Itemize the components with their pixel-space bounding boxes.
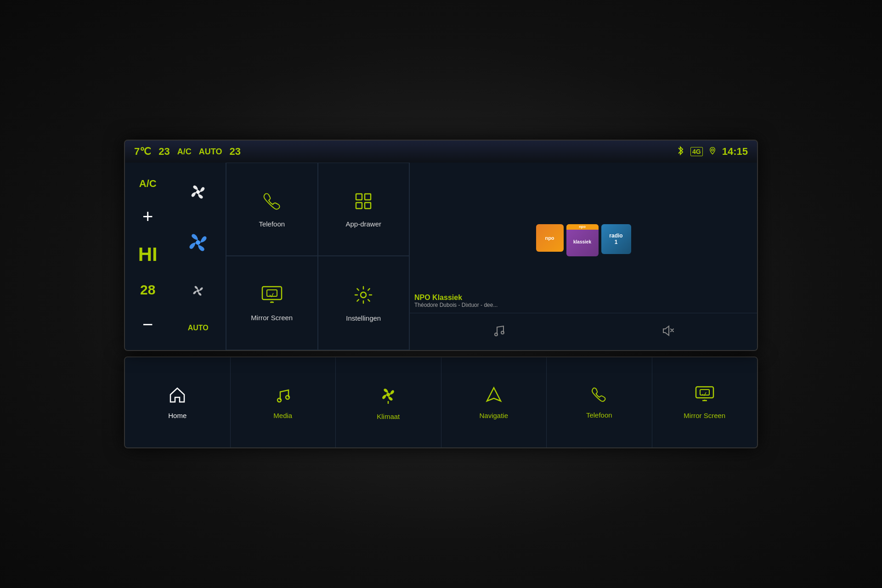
nav-telefoon-label: Telefoon	[586, 411, 612, 419]
telefoon-button[interactable]: Telefoon	[226, 163, 318, 256]
app-grid: Telefoon App-drawer	[226, 163, 410, 350]
svg-rect-8	[262, 287, 282, 300]
ac-title: A/C	[139, 178, 157, 190]
hi-label: HI	[138, 243, 158, 266]
settings-icon	[353, 284, 374, 310]
svg-rect-5	[365, 194, 371, 200]
svg-point-2	[196, 240, 200, 245]
status-icons: 4G 14:15	[677, 146, 748, 158]
media-panel: npo npo klassiek radio1	[410, 163, 757, 350]
outside-temp: 7℃	[134, 146, 151, 158]
fan-white-icon	[187, 181, 209, 205]
bottom-screen: Home Media	[124, 356, 758, 448]
svg-rect-17	[696, 387, 713, 398]
fan-nav-icon	[378, 384, 398, 409]
instellingen-button[interactable]: Instellingen	[318, 256, 410, 350]
temp-value: 28	[140, 282, 155, 298]
telefoon-label: Telefoon	[259, 220, 285, 228]
auto-mode-label: AUTO	[188, 324, 209, 332]
track-info: Théodore Dubois - Dixtuor - dee...	[414, 302, 752, 308]
temp-minus-button[interactable]: −	[142, 314, 153, 335]
music-library-icon[interactable]	[492, 323, 506, 340]
mirrorscreen-label: Mirror Screen	[251, 314, 293, 322]
instellingen-label: Instellingen	[346, 314, 381, 322]
nav-klimaat-button[interactable]: Klimaat	[336, 357, 441, 447]
svg-point-13	[277, 398, 281, 402]
mirrorscreen-nav-icon	[695, 385, 715, 408]
media-controls	[410, 313, 757, 350]
svg-rect-6	[356, 203, 362, 209]
clock: 14:15	[722, 146, 748, 158]
nav-mirrorscreen-label: Mirror Screen	[684, 412, 725, 419]
svg-point-3	[197, 289, 199, 292]
station-name: NPO Klassiek	[414, 294, 752, 302]
svg-point-10	[361, 292, 366, 298]
status-bar: 7℃ 23 A/C AUTO 23 4G	[125, 141, 757, 163]
klassiek-logo: npo klassiek	[566, 224, 599, 256]
bluetooth-icon	[677, 146, 685, 158]
main-content: A/C + HI 28 −	[125, 163, 757, 350]
ac-temp-left: 23	[158, 146, 170, 158]
car-bezel: 7℃ 23 A/C AUTO 23 4G	[0, 0, 882, 588]
signal-icon: 4G	[690, 147, 703, 156]
svg-point-12	[501, 331, 504, 334]
ac-temp-right: 23	[229, 146, 240, 158]
svg-point-1	[196, 190, 200, 194]
bottom-navigation: Home Media	[125, 357, 757, 447]
nav-home-label: Home	[168, 412, 187, 419]
music-icon	[274, 385, 292, 408]
svg-point-11	[495, 333, 498, 336]
climate-panel: A/C + HI 28 −	[125, 163, 226, 350]
appdrawer-icon	[353, 191, 373, 215]
nav-media-label: Media	[273, 412, 292, 419]
svg-point-15	[386, 393, 390, 396]
appdrawer-label: App-drawer	[345, 220, 381, 228]
temp-plus-button[interactable]: +	[142, 206, 153, 227]
svg-rect-4	[356, 194, 362, 200]
home-icon	[168, 385, 187, 408]
npo-logo: npo	[536, 224, 564, 252]
nav-home-button[interactable]: Home	[125, 357, 231, 447]
gps-icon	[708, 147, 717, 157]
fan-blue-icon	[183, 228, 213, 260]
nav-mirrorscreen-button[interactable]: Mirror Screen	[652, 357, 758, 447]
fan-small-icon	[189, 282, 207, 301]
mirrorscreen-icon	[260, 285, 283, 309]
nav-navigatie-label: Navigatie	[479, 412, 508, 419]
main-screen: 7℃ 23 A/C AUTO 23 4G	[124, 140, 758, 351]
nav-klimaat-label: Klimaat	[377, 413, 400, 420]
ac-label: A/C	[177, 147, 192, 157]
appdrawer-button[interactable]: App-drawer	[318, 163, 410, 256]
radio1-logo: radio1	[601, 224, 631, 254]
auto-label: AUTO	[199, 147, 222, 157]
mute-icon[interactable]	[661, 323, 675, 340]
nav-media-button[interactable]: Media	[231, 357, 336, 447]
nav-telefoon-button[interactable]: Telefoon	[547, 357, 652, 447]
phone-nav-icon	[590, 386, 608, 407]
svg-point-14	[286, 396, 289, 399]
svg-rect-7	[365, 203, 371, 209]
phone-icon	[262, 191, 282, 215]
mirrorscreen-button[interactable]: Mirror Screen	[226, 256, 318, 350]
svg-point-0	[711, 149, 713, 151]
navigation-icon	[485, 385, 503, 408]
media-top: npo npo klassiek radio1	[410, 163, 757, 313]
nav-navigatie-button[interactable]: Navigatie	[441, 357, 547, 447]
